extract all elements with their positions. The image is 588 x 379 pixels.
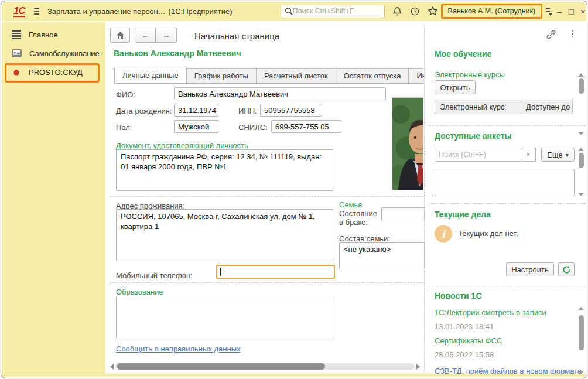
chevron-down-icon: ▾	[566, 152, 569, 158]
snils-field[interactable]: 699-557-755 05	[271, 120, 341, 133]
history-icon[interactable]	[410, 6, 420, 17]
identity-document-section: Документ, удостоверяющий личность	[116, 141, 248, 150]
scroll-right-arrow[interactable]	[416, 364, 420, 370]
back-button[interactable]: ←	[135, 28, 156, 43]
surveys-search[interactable]	[435, 148, 521, 162]
marital-status-field[interactable]	[381, 207, 425, 221]
news-link[interactable]: Сертификаты ФСС	[435, 336, 502, 345]
separator	[429, 286, 586, 286]
news-link[interactable]: 1С:Лекторий смотреть в записи	[435, 308, 546, 317]
sections-icon	[12, 30, 21, 39]
view-settings-icon[interactable]	[545, 6, 551, 16]
identity-document-field[interactable]: Паспорт гражданина РФ, серия: 12 34, № 1…	[116, 149, 333, 191]
news-scrollbar[interactable]	[577, 307, 584, 374]
main-menu-icon[interactable]	[34, 8, 39, 15]
info-icon: i	[435, 225, 452, 243]
refresh-button[interactable]	[558, 262, 575, 276]
sidebar-item-prosto-skud[interactable]: PROSTO:СКУД	[2, 63, 105, 81]
birthdate-label: Дата рождения:	[116, 107, 172, 115]
news-date: 13.01.2023 18:41	[435, 322, 494, 331]
scroll-up-arrow[interactable]	[578, 307, 584, 310]
gender-field[interactable]: Мужской	[174, 120, 218, 133]
fio-field[interactable]: Ваньков Александр Матвеевич	[174, 87, 386, 100]
mobile-phone-field[interactable]	[216, 265, 335, 279]
more-menu-icon[interactable]: ⋮	[568, 28, 577, 39]
tab-personal-data[interactable]: Личные данные	[114, 67, 187, 84]
horizontal-scrollbar[interactable]	[110, 363, 420, 370]
scrollbar-track[interactable]	[115, 363, 415, 370]
user-menu[interactable]: Ваньков А.М. (Сотрудник)	[441, 4, 543, 19]
sidebar: Главное Самообслуживание PROSTO:СКУД	[2, 22, 105, 377]
text-cursor	[220, 268, 221, 276]
education-field[interactable]	[116, 296, 333, 339]
inn-label: ИНН:	[238, 107, 257, 115]
scrollbar-thumb[interactable]	[579, 153, 584, 168]
family-list-field[interactable]: <не указано>	[339, 242, 425, 269]
scroll-down-arrow[interactable]	[578, 132, 584, 135]
get-link-icon[interactable]	[546, 29, 556, 42]
home-button[interactable]	[110, 28, 130, 43]
scroll-up-arrow[interactable]	[578, 73, 584, 77]
scrollbar-thumb[interactable]	[117, 363, 325, 370]
1c-logo-icon: 1С	[13, 6, 25, 17]
page-title: Начальная страница	[194, 31, 279, 41]
more-button[interactable]: Еще ▾	[541, 148, 575, 162]
family-section: Семья	[339, 200, 362, 209]
prosto-skud-icon	[12, 67, 21, 77]
col-available-until[interactable]: Доступен до	[521, 100, 573, 114]
sidebar-item-label: PROSTO:СКУД	[29, 68, 83, 77]
minimize-button[interactable]: –	[556, 5, 562, 18]
courses-scrollbar[interactable]	[577, 73, 584, 135]
app-title: Зарплата и управление персон…	[47, 7, 166, 16]
surveys-search-input[interactable]	[439, 151, 517, 159]
col-course[interactable]: Электронный курс	[435, 100, 521, 114]
my-training-title: Мое обучение	[435, 49, 491, 59]
close-button[interactable]: ×	[580, 5, 586, 18]
separator	[429, 125, 586, 126]
maximize-button[interactable]: □	[568, 5, 575, 18]
e-courses-subtitle: Электронные курсы	[435, 70, 505, 79]
scrollbar-thumb[interactable]	[579, 78, 584, 94]
employee-name: Ваньков Александр Матвеевич	[114, 49, 241, 58]
todo-title: Текущие дела	[435, 210, 491, 219]
tab-individual[interactable]: Индивидуальные	[408, 68, 424, 83]
scroll-down-arrow[interactable]	[578, 193, 584, 196]
mobile-phone-label: Мобильный телефон:	[116, 271, 193, 280]
scroll-up-arrow[interactable]	[578, 148, 584, 151]
nav-buttons: ← →	[135, 28, 177, 43]
tab-vacation-balance[interactable]: Остаток отпуска	[336, 68, 409, 83]
snils-label: СНИЛС:	[238, 123, 268, 132]
news-link[interactable]: СЗВ-ТД: приём файлов в новом формате	[435, 367, 582, 374]
tab-payslip[interactable]: Расчетный листок	[256, 68, 336, 83]
sidebar-item-label: Главное	[29, 30, 58, 39]
global-search[interactable]	[281, 5, 385, 18]
search-input[interactable]	[293, 7, 381, 15]
window-bottom-edge	[2, 374, 586, 377]
tab-strip: Личные данные График работы Расчетный ли…	[114, 67, 424, 84]
app-window: 1С Зарплата и управление персон… (1С:Пре…	[1, 1, 587, 378]
titlebar: 1С Зарплата и управление персон… (1С:Пре…	[2, 2, 586, 21]
scroll-left-arrow[interactable]	[110, 364, 114, 370]
configure-button[interactable]: Настроить	[506, 262, 554, 276]
report-wrong-data-link[interactable]: Сообщить о неправильных данных	[116, 344, 241, 353]
favorites-star-icon[interactable]	[428, 6, 438, 17]
separator	[110, 282, 424, 283]
inn-field[interactable]: 509557755558	[260, 104, 322, 117]
surveys-scrollbar[interactable]	[577, 148, 584, 196]
separator	[429, 203, 586, 204]
open-course-button[interactable]: Открыть	[435, 80, 476, 94]
panel-divider	[424, 25, 425, 371]
forward-button[interactable]: →	[156, 28, 177, 43]
sidebar-item-selfservice[interactable]: Самообслуживание	[2, 44, 105, 63]
birthdate-field[interactable]: 31.12.1974	[174, 104, 218, 117]
education-section: Образование	[116, 288, 163, 296]
sidebar-item-main[interactable]: Главное	[2, 25, 105, 44]
news-title: Новости 1С	[435, 291, 482, 301]
notifications-bell-icon[interactable]	[392, 6, 402, 17]
surveys-list[interactable]	[435, 169, 575, 196]
home-icon	[116, 31, 125, 39]
scrollbar-thumb[interactable]	[579, 315, 584, 350]
clear-search-icon[interactable]: ×	[521, 148, 536, 162]
tab-work-schedule[interactable]: График работы	[186, 68, 257, 83]
address-field[interactable]: РОССИЯ, 107065, Москва г, Сахалинская ул…	[116, 209, 333, 261]
